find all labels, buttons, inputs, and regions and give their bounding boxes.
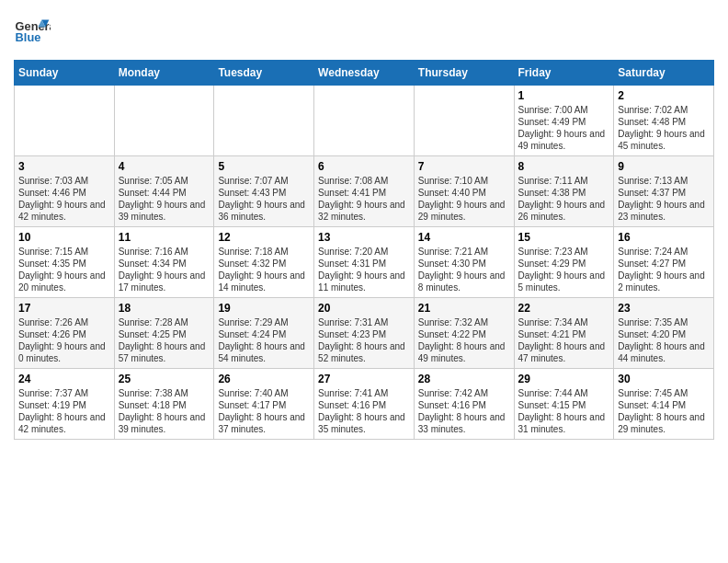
day-number: 9 [618, 160, 710, 173]
calendar-day-cell: 3Sunrise: 7:03 AM Sunset: 4:46 PM Daylig… [15, 156, 115, 227]
day-info: Sunrise: 7:40 AM Sunset: 4:17 PM Dayligh… [218, 387, 310, 435]
calendar-week-row: 3Sunrise: 7:03 AM Sunset: 4:46 PM Daylig… [15, 156, 714, 227]
day-info: Sunrise: 7:37 AM Sunset: 4:19 PM Dayligh… [18, 387, 110, 435]
calendar-day-cell [214, 86, 314, 156]
day-number: 6 [318, 160, 410, 173]
calendar-header: SundayMondayTuesdayWednesdayThursdayFrid… [15, 61, 714, 86]
day-info: Sunrise: 7:11 AM Sunset: 4:38 PM Dayligh… [518, 175, 610, 223]
day-info: Sunrise: 7:42 AM Sunset: 4:16 PM Dayligh… [418, 387, 510, 435]
day-number: 18 [119, 302, 210, 315]
calendar-day-cell: 26Sunrise: 7:40 AM Sunset: 4:17 PM Dayli… [214, 369, 314, 440]
day-info: Sunrise: 7:13 AM Sunset: 4:37 PM Dayligh… [618, 175, 710, 223]
day-number: 11 [119, 231, 210, 244]
day-info: Sunrise: 7:02 AM Sunset: 4:48 PM Dayligh… [618, 104, 710, 152]
day-info: Sunrise: 7:18 AM Sunset: 4:32 PM Dayligh… [218, 246, 310, 293]
day-number: 21 [418, 302, 510, 315]
calendar-day-cell: 18Sunrise: 7:28 AM Sunset: 4:25 PM Dayli… [114, 298, 214, 369]
calendar-day-cell: 1Sunrise: 7:00 AM Sunset: 4:49 PM Daylig… [514, 86, 614, 156]
calendar-week-row: 1Sunrise: 7:00 AM Sunset: 4:49 PM Daylig… [15, 86, 714, 156]
day-info: Sunrise: 7:26 AM Sunset: 4:26 PM Dayligh… [18, 316, 110, 364]
day-number: 25 [119, 373, 210, 385]
day-info: Sunrise: 7:45 AM Sunset: 4:14 PM Dayligh… [618, 387, 710, 435]
day-number: 16 [618, 231, 710, 244]
day-number: 29 [518, 373, 610, 385]
calendar-day-cell: 17Sunrise: 7:26 AM Sunset: 4:26 PM Dayli… [15, 298, 115, 369]
day-info: Sunrise: 7:23 AM Sunset: 4:29 PM Dayligh… [518, 246, 610, 293]
day-number: 20 [318, 302, 410, 315]
calendar-day-cell: 11Sunrise: 7:16 AM Sunset: 4:34 PM Dayli… [114, 227, 214, 298]
weekday-header: Wednesday [314, 61, 415, 86]
day-number: 4 [119, 160, 210, 173]
calendar-day-cell: 16Sunrise: 7:24 AM Sunset: 4:27 PM Dayli… [614, 227, 714, 298]
day-number: 8 [518, 160, 610, 173]
weekday-header: Tuesday [214, 61, 314, 86]
calendar-day-cell: 24Sunrise: 7:37 AM Sunset: 4:19 PM Dayli… [15, 369, 115, 440]
calendar-day-cell: 27Sunrise: 7:41 AM Sunset: 4:16 PM Dayli… [314, 369, 415, 440]
day-number: 12 [218, 231, 310, 244]
calendar-day-cell [314, 86, 415, 156]
day-number: 2 [618, 89, 710, 102]
weekday-header: Monday [114, 61, 214, 86]
day-number: 23 [618, 302, 710, 315]
day-info: Sunrise: 7:32 AM Sunset: 4:22 PM Dayligh… [418, 316, 510, 364]
calendar-day-cell: 30Sunrise: 7:45 AM Sunset: 4:14 PM Dayli… [614, 369, 714, 440]
calendar-week-row: 17Sunrise: 7:26 AM Sunset: 4:26 PM Dayli… [15, 298, 714, 369]
calendar-day-cell: 6Sunrise: 7:08 AM Sunset: 4:41 PM Daylig… [314, 156, 415, 227]
day-info: Sunrise: 7:38 AM Sunset: 4:18 PM Dayligh… [119, 387, 210, 435]
calendar-day-cell: 8Sunrise: 7:11 AM Sunset: 4:38 PM Daylig… [514, 156, 614, 227]
day-info: Sunrise: 7:08 AM Sunset: 4:41 PM Dayligh… [318, 175, 410, 223]
day-number: 27 [318, 373, 410, 385]
calendar-day-cell: 20Sunrise: 7:31 AM Sunset: 4:23 PM Dayli… [314, 298, 415, 369]
day-info: Sunrise: 7:31 AM Sunset: 4:23 PM Dayligh… [318, 316, 410, 364]
day-info: Sunrise: 7:03 AM Sunset: 4:46 PM Dayligh… [18, 175, 110, 223]
calendar-day-cell: 21Sunrise: 7:32 AM Sunset: 4:22 PM Dayli… [414, 298, 514, 369]
day-number: 22 [518, 302, 610, 315]
calendar-day-cell: 5Sunrise: 7:07 AM Sunset: 4:43 PM Daylig… [214, 156, 314, 227]
calendar-day-cell: 23Sunrise: 7:35 AM Sunset: 4:20 PM Dayli… [614, 298, 714, 369]
day-info: Sunrise: 7:24 AM Sunset: 4:27 PM Dayligh… [618, 246, 710, 293]
calendar-day-cell: 15Sunrise: 7:23 AM Sunset: 4:29 PM Dayli… [514, 227, 614, 298]
calendar-day-cell: 10Sunrise: 7:15 AM Sunset: 4:35 PM Dayli… [15, 227, 115, 298]
calendar-day-cell [114, 86, 214, 156]
calendar-day-cell [414, 86, 514, 156]
day-info: Sunrise: 7:34 AM Sunset: 4:21 PM Dayligh… [518, 316, 610, 364]
calendar-week-row: 10Sunrise: 7:15 AM Sunset: 4:35 PM Dayli… [15, 227, 714, 298]
day-info: Sunrise: 7:29 AM Sunset: 4:24 PM Dayligh… [218, 316, 310, 364]
day-info: Sunrise: 7:21 AM Sunset: 4:30 PM Dayligh… [418, 246, 510, 293]
calendar-day-cell: 7Sunrise: 7:10 AM Sunset: 4:40 PM Daylig… [414, 156, 514, 227]
calendar-day-cell: 28Sunrise: 7:42 AM Sunset: 4:16 PM Dayli… [414, 369, 514, 440]
day-info: Sunrise: 7:00 AM Sunset: 4:49 PM Dayligh… [518, 104, 610, 152]
day-info: Sunrise: 7:28 AM Sunset: 4:25 PM Dayligh… [119, 316, 210, 364]
calendar-day-cell: 29Sunrise: 7:44 AM Sunset: 4:15 PM Dayli… [514, 369, 614, 440]
day-number: 10 [18, 231, 110, 244]
page-header: General Blue [14, 14, 714, 51]
weekday-header: Thursday [414, 61, 514, 86]
calendar-day-cell: 22Sunrise: 7:34 AM Sunset: 4:21 PM Dayli… [514, 298, 614, 369]
calendar-day-cell: 2Sunrise: 7:02 AM Sunset: 4:48 PM Daylig… [614, 86, 714, 156]
svg-text:Blue: Blue [16, 30, 41, 44]
weekday-header: Sunday [15, 61, 115, 86]
weekday-header: Friday [514, 61, 614, 86]
day-number: 15 [518, 231, 610, 244]
day-info: Sunrise: 7:20 AM Sunset: 4:31 PM Dayligh… [318, 246, 410, 293]
day-number: 30 [618, 373, 710, 385]
logo: General Blue [14, 14, 51, 51]
day-info: Sunrise: 7:05 AM Sunset: 4:44 PM Dayligh… [119, 175, 210, 223]
day-number: 28 [418, 373, 510, 385]
day-number: 26 [218, 373, 310, 385]
day-info: Sunrise: 7:41 AM Sunset: 4:16 PM Dayligh… [318, 387, 410, 435]
day-number: 13 [318, 231, 410, 244]
day-info: Sunrise: 7:16 AM Sunset: 4:34 PM Dayligh… [119, 246, 210, 293]
day-info: Sunrise: 7:15 AM Sunset: 4:35 PM Dayligh… [18, 246, 110, 293]
calendar-table: SundayMondayTuesdayWednesdayThursdayFrid… [14, 60, 714, 440]
day-number: 5 [218, 160, 310, 173]
day-number: 7 [418, 160, 510, 173]
day-number: 1 [518, 89, 610, 102]
calendar-day-cell: 13Sunrise: 7:20 AM Sunset: 4:31 PM Dayli… [314, 227, 415, 298]
calendar-day-cell: 25Sunrise: 7:38 AM Sunset: 4:18 PM Dayli… [114, 369, 214, 440]
calendar-day-cell: 14Sunrise: 7:21 AM Sunset: 4:30 PM Dayli… [414, 227, 514, 298]
calendar-day-cell: 9Sunrise: 7:13 AM Sunset: 4:37 PM Daylig… [614, 156, 714, 227]
calendar-day-cell: 4Sunrise: 7:05 AM Sunset: 4:44 PM Daylig… [114, 156, 214, 227]
day-info: Sunrise: 7:35 AM Sunset: 4:20 PM Dayligh… [618, 316, 710, 364]
day-number: 14 [418, 231, 510, 244]
